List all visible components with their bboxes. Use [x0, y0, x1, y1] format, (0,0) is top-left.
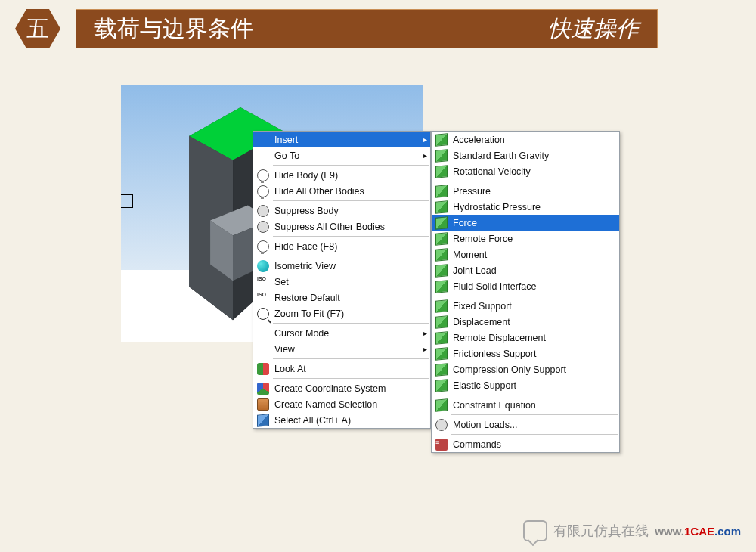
- menu-item-label: Commands: [451, 439, 609, 450]
- menu-item-fixed-support[interactable]: Fixed Support: [432, 298, 619, 314]
- selection-marquee: [121, 194, 133, 208]
- menu-item-hide-face[interactable]: Hide Face (F8): [253, 238, 430, 254]
- menu-item-create-ns[interactable]: Create Named Selection: [253, 396, 430, 412]
- menu-item-label: Displacement: [451, 317, 609, 327]
- bulb-icon: [257, 240, 269, 253]
- separator: [273, 165, 429, 166]
- menu-item-zoom-fit[interactable]: Zoom To Fit (F7): [253, 305, 430, 321]
- cube-ico-icon: [435, 248, 448, 262]
- menu-item-label: Remote Force: [451, 234, 609, 244]
- menu-item-goto[interactable]: Go To: [253, 147, 430, 163]
- menu-item-iso-set[interactable]: ISOSet: [253, 274, 430, 290]
- cube-ico-icon: [435, 133, 448, 147]
- menu-item-select-all[interactable]: Select All (Ctrl+ A): [253, 412, 430, 428]
- triad-icon: [257, 383, 269, 395]
- cube-ico-icon: [435, 185, 448, 198]
- menu-item-isometric[interactable]: Isometric View: [253, 258, 430, 274]
- separator: [273, 256, 429, 256]
- menu-item-label: Frictionless Support: [451, 349, 609, 359]
- mag-icon: [257, 308, 269, 320]
- menu-item-label: Create Named Selection: [273, 399, 420, 410]
- iso-icon: ISO: [257, 292, 269, 304]
- menu-item-label: Acceleration: [451, 135, 609, 145]
- menu-item-constraint-equation[interactable]: Constraint Equation: [432, 397, 619, 413]
- sphere-icon: [257, 260, 269, 272]
- menu-item-label: Standard Earth Gravity: [451, 150, 609, 161]
- bulb-icon: [257, 169, 269, 181]
- gear-icon: [257, 205, 269, 217]
- cube-ico-icon: [435, 165, 448, 178]
- cube-ico-icon: [435, 315, 448, 329]
- menu-item-fluid-solid-interface[interactable]: Fluid Solid Interface: [432, 278, 619, 294]
- menu-item-label: Suppress Body: [273, 206, 420, 216]
- brand-cn: 有限元仿真在线: [553, 522, 649, 540]
- cube-ico-icon: [435, 264, 448, 278]
- menu-item-label: Suppress All Other Bodies: [273, 222, 420, 232]
- menu-item-label: Insert: [273, 135, 420, 145]
- menu-item-label: Compression Only Support: [451, 364, 609, 375]
- footer-watermark: 有限元仿真在线 www.1CAE.com: [523, 520, 741, 541]
- menu-item-moment[interactable]: Moment: [432, 247, 619, 262]
- separator: [273, 323, 429, 324]
- menu-item-std-gravity[interactable]: Standard Earth Gravity: [432, 147, 619, 163]
- menu-item-label: Hide All Other Bodies: [273, 186, 420, 197]
- bulb-icon: [257, 185, 269, 197]
- menu-item-label: Motion Loads...: [451, 420, 609, 430]
- menu-item-remote-force[interactable]: Remote Force: [432, 231, 619, 247]
- menu-item-commands[interactable]: ≡Commands: [432, 436, 619, 452]
- menu-item-label: Look At: [273, 364, 420, 374]
- menu-item-label: Set: [273, 277, 420, 287]
- separator: [451, 414, 618, 415]
- menu-item-motion-loads[interactable]: Motion Loads...: [432, 417, 619, 433]
- menu-item-label: Moment: [451, 250, 609, 260]
- menu-item-displacement[interactable]: Displacement: [432, 314, 619, 330]
- menu-item-force[interactable]: Force: [432, 215, 619, 231]
- cube-ico-icon: [435, 299, 448, 313]
- menu-item-label: Hide Face (F8): [273, 241, 420, 252]
- separator: [451, 181, 618, 181]
- leaf-icon: [257, 363, 269, 375]
- menu-item-label: Restore Default: [273, 293, 420, 303]
- menu-item-frictionless-support[interactable]: Frictionless Support: [432, 346, 619, 361]
- menu-item-label: Elastic Support: [451, 380, 609, 391]
- menu-item-suppress-others[interactable]: Suppress All Other Bodies: [253, 219, 430, 234]
- menu-item-label: Create Coordinate System: [273, 383, 420, 394]
- menu-item-create-cs[interactable]: Create Coordinate System: [253, 380, 430, 396]
- menu-item-look-at[interactable]: Look At: [253, 361, 430, 377]
- menu-item-hide-others[interactable]: Hide All Other Bodies: [253, 183, 430, 199]
- menu-item-rotational-velocity[interactable]: Rotational Velocity: [432, 163, 619, 179]
- menu-item-view[interactable]: View: [253, 341, 430, 357]
- menu-item-hide-body[interactable]: Hide Body (F9): [253, 167, 430, 183]
- menu-item-cursor-mode[interactable]: Cursor Mode: [253, 325, 430, 341]
- menu-item-pressure[interactable]: Pressure: [432, 183, 619, 199]
- menu-item-hydrostatic-pressure[interactable]: Hydrostatic Pressure: [432, 199, 619, 215]
- menu-item-label: Hide Body (F9): [273, 170, 420, 181]
- menu-item-joint-load[interactable]: Joint Load: [432, 262, 619, 278]
- menu-item-compression-only-support[interactable]: Compression Only Support: [432, 361, 619, 377]
- separator: [451, 395, 618, 395]
- gear-icon: [257, 221, 269, 233]
- cube-blue-icon: [257, 414, 269, 427]
- cube-ico-icon: [435, 216, 448, 230]
- menu-item-label: View: [273, 344, 420, 355]
- menu-item-suppress-body[interactable]: Suppress Body: [253, 203, 430, 219]
- menu-item-label: Fluid Solid Interface: [451, 281, 609, 292]
- cube-ico-icon: [435, 398, 448, 412]
- menu-item-label: Remote Displacement: [451, 333, 609, 343]
- menu-item-label: Force: [451, 218, 609, 228]
- menu-item-insert[interactable]: Insert: [253, 132, 430, 147]
- separator: [451, 434, 618, 435]
- menu-item-restore-default[interactable]: ISORestore Default: [253, 290, 430, 305]
- separator: [451, 296, 618, 296]
- menu-item-label: Go To: [273, 150, 420, 161]
- menu-item-remote-displacement[interactable]: Remote Displacement: [432, 330, 619, 346]
- wechat-icon: [523, 520, 547, 541]
- iso-icon: ISO: [257, 276, 269, 288]
- cmd-icon: ≡: [435, 439, 448, 451]
- chapter-badge: 五: [15, 9, 60, 48]
- separator: [273, 236, 429, 237]
- menu-item-elastic-support[interactable]: Elastic Support: [432, 377, 619, 393]
- brand-url: www.1CAE.com: [655, 525, 741, 538]
- menu-item-acceleration[interactable]: Acceleration: [432, 132, 619, 147]
- menu-item-label: Zoom To Fit (F7): [273, 309, 420, 319]
